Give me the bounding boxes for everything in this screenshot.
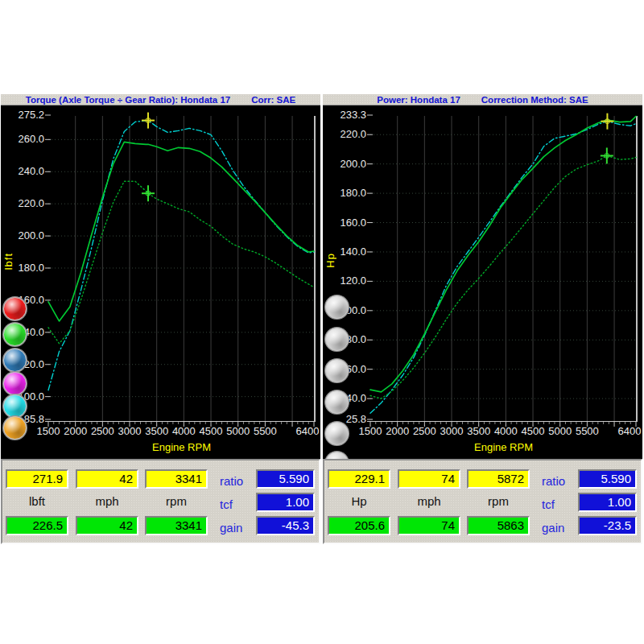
tcf-label: tcf (542, 497, 577, 512)
trace-button-magenta[interactable] (3, 372, 27, 395)
torque-cursor-value-box: 271.9 (6, 469, 68, 489)
trace-cyan_dashdot (48, 121, 314, 390)
trace-button-green[interactable] (3, 323, 27, 346)
tcf-value-box: 1.00 (578, 493, 637, 512)
axes (367, 115, 638, 427)
tcf-label: tcf (220, 497, 255, 512)
trace-green_solid (48, 142, 314, 321)
trace-button-blue[interactable] (3, 349, 27, 372)
power-cursor-speed-box: 74 (398, 469, 460, 489)
torque-titlebar: Torque (Axle Torque ÷ Gear Ratio): Honda… (1, 94, 320, 105)
grid-vertical (76, 116, 292, 421)
trace-button-orange[interactable] (3, 416, 27, 440)
torque-previous-rpm-box: 3341 (145, 516, 208, 535)
trace-button-gray-3[interactable] (325, 359, 349, 382)
trace-green_solid (370, 117, 636, 392)
power-chart-title: Power: Hondata 17 (377, 95, 460, 105)
trace-button-gray-2[interactable] (325, 328, 349, 351)
grid-horizontal (48, 139, 314, 396)
torque-readout-panel: 271.9 42 3341 lbft mph rpm 226.5 42 3341… (1, 459, 320, 544)
power-cursor-value-box: 229.1 (328, 469, 390, 489)
trace-green_dotted (370, 156, 636, 399)
grid-vertical (398, 116, 614, 421)
ratio-value-box: 5.590 (256, 469, 315, 489)
rpm-unit-label: rpm (142, 494, 210, 509)
cursor-marker (142, 185, 155, 201)
trace-button-cyan[interactable] (3, 394, 27, 418)
speed-unit-label: mph (73, 494, 141, 509)
torque-cursor-speed-box: 42 (76, 469, 138, 489)
ratio-label: ratio (220, 474, 255, 489)
torque-chart-title: Torque (Axle Torque ÷ Gear Ratio): Honda… (26, 95, 230, 105)
trace-button-gray-1[interactable] (325, 295, 349, 319)
gain-value-box: -23.5 (578, 516, 637, 535)
power-previous-value-box: 205.6 (328, 516, 390, 535)
trace-button-gray-4[interactable] (325, 390, 349, 414)
torque-cursor-rpm-box: 3341 (145, 469, 208, 489)
gain-label: gain (220, 521, 255, 535)
rpm-unit-label: rpm (464, 494, 532, 509)
power-cursor-rpm-box: 5872 (467, 469, 530, 489)
ratio-label: ratio (542, 474, 577, 489)
dyno-app-screen: Torque (Axle Torque ÷ Gear Ratio): Honda… (0, 0, 644, 644)
trace-button-red[interactable] (3, 297, 27, 320)
torque-previous-value-box: 226.5 (6, 516, 68, 535)
trace-button-gray-5[interactable] (325, 422, 349, 445)
speed-unit-label: mph (395, 494, 463, 509)
torque-previous-speed-box: 42 (76, 516, 138, 535)
torque-unit-label: lbft (3, 494, 71, 509)
power-previous-rpm-box: 5863 (467, 516, 530, 535)
power-readout-panel: 229.1 74 5872 Hp mph rpm 205.6 74 5863 r… (323, 459, 642, 544)
cursor-marker (601, 147, 613, 163)
power-titlebar: Power: Hondata 17 Correction Method: SAE (323, 94, 642, 105)
torque-panel: Torque (Axle Torque ÷ Gear Ratio): Honda… (1, 94, 320, 544)
power-previous-speed-box: 74 (398, 516, 460, 535)
tcf-value-box: 1.00 (256, 493, 315, 512)
gain-value-box: -45.3 (256, 516, 315, 535)
cursor-marker (601, 114, 613, 130)
power-unit-label: Hp (325, 494, 393, 509)
lbft-plot-svg[interactable] (1, 105, 320, 459)
power-plot-area: Hp Engine RPM 233.3220.0200.0180.0160.01… (323, 105, 642, 459)
power-correction-label: Correction Method: SAE (481, 95, 588, 105)
Hp-plot-svg[interactable] (323, 105, 642, 459)
power-panel: Power: Hondata 17 Correction Method: SAE… (323, 94, 642, 544)
torque-plot-area: lbft Engine RPM 275.2260.0240.0220.0200.… (1, 105, 320, 459)
torque-correction-label: Corr: SAE (251, 95, 295, 105)
gain-label: gain (542, 521, 577, 535)
ratio-value-box: 5.590 (578, 469, 637, 489)
cursor-marker (142, 113, 155, 129)
